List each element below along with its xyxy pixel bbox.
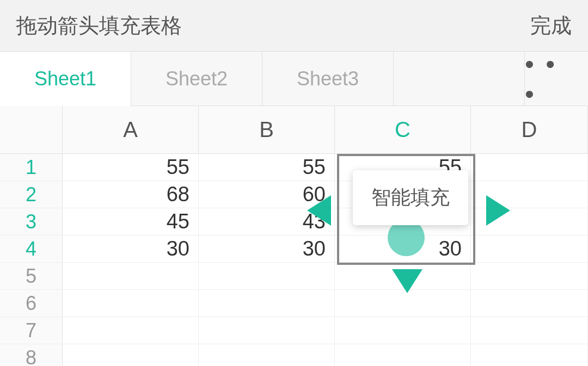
cell-a5[interactable] <box>63 263 199 290</box>
cell-a3[interactable]: 45 <box>63 208 199 235</box>
select-all-corner[interactable] <box>0 106 63 154</box>
more-sheets-button[interactable]: • • • <box>525 52 588 106</box>
cell-d8[interactable] <box>471 344 588 366</box>
cell-b6[interactable] <box>199 290 335 317</box>
more-icon: • • • <box>525 49 566 109</box>
fill-right-arrow-icon[interactable] <box>486 195 510 226</box>
cell-b7[interactable] <box>199 317 335 344</box>
sheet-tab-2[interactable]: Sheet2 <box>131 52 262 106</box>
cell-a6[interactable] <box>63 290 199 317</box>
table-row: 1 55 55 55 <box>0 154 588 181</box>
sheet-tab-empty[interactable] <box>394 52 525 106</box>
cell-d6[interactable] <box>471 290 588 317</box>
fill-left-arrow-icon[interactable] <box>307 195 331 226</box>
sheet-tabs: Sheet1 Sheet2 Sheet3 • • • <box>0 52 588 106</box>
table-row: 6 <box>0 290 588 317</box>
cell-a1[interactable]: 55 <box>63 154 199 181</box>
row-header-1[interactable]: 1 <box>0 154 63 181</box>
spreadsheet-grid: A B C D 1 55 55 55 2 68 60 3 45 43 4 30 <box>0 106 588 366</box>
col-header-b[interactable]: B <box>199 106 335 154</box>
sheet-tab-3[interactable]: Sheet3 <box>262 52 394 106</box>
row-header-8[interactable]: 8 <box>0 344 63 366</box>
cell-d1[interactable] <box>471 154 588 181</box>
table-row: 4 30 30 30 <box>0 235 588 263</box>
cell-c6[interactable] <box>335 290 471 317</box>
cell-d5[interactable] <box>471 263 588 290</box>
cell-d4[interactable] <box>471 235 588 263</box>
cell-a8[interactable] <box>63 344 199 366</box>
cell-b1[interactable]: 55 <box>199 154 335 181</box>
data-rows: 1 55 55 55 2 68 60 3 45 43 4 30 30 30 <box>0 154 588 366</box>
cell-b4[interactable]: 30 <box>199 235 335 263</box>
fill-down-arrow-icon[interactable] <box>392 269 422 293</box>
cell-a4[interactable]: 30 <box>63 235 199 263</box>
page-title: 拖动箭头填充表格 <box>16 12 182 40</box>
row-header-5[interactable]: 5 <box>0 263 63 290</box>
cell-c8[interactable] <box>335 344 471 366</box>
sheet-tab-1[interactable]: Sheet1 <box>0 52 131 106</box>
table-row: 7 <box>0 317 588 344</box>
column-headers-row: A B C D <box>0 106 588 154</box>
row-header-7[interactable]: 7 <box>0 317 63 344</box>
done-button[interactable]: 完成 <box>530 12 572 40</box>
row-header-4[interactable]: 4 <box>0 235 63 263</box>
col-header-d[interactable]: D <box>471 106 588 154</box>
smart-fill-label: 智能填充 <box>371 186 450 208</box>
cell-a2[interactable]: 68 <box>63 181 199 208</box>
row-header-2[interactable]: 2 <box>0 181 63 208</box>
header-bar: 拖动箭头填充表格 完成 <box>0 0 588 52</box>
cell-b8[interactable] <box>199 344 335 366</box>
row-header-3[interactable]: 3 <box>0 208 63 235</box>
col-header-a[interactable]: A <box>63 106 199 154</box>
cell-c7[interactable] <box>335 317 471 344</box>
col-header-c[interactable]: C <box>335 106 471 154</box>
cell-a7[interactable] <box>63 317 199 344</box>
table-row: 5 <box>0 263 588 290</box>
smart-fill-tooltip[interactable]: 智能填充 <box>353 170 468 225</box>
table-row: 8 <box>0 344 588 366</box>
row-header-6[interactable]: 6 <box>0 290 63 317</box>
cell-d7[interactable] <box>471 317 588 344</box>
cell-b5[interactable] <box>199 263 335 290</box>
